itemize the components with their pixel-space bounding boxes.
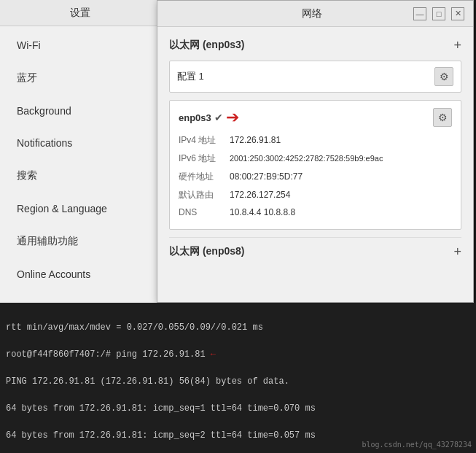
ipv4-value: 172.26.91.81 xyxy=(230,135,281,145)
interface-card: enp0s3 ✔ ➔ ⚙ IPv4 地址 172.26.91.81 IPv6 地… xyxy=(169,100,461,230)
gateway-row: 默认路由 172.26.127.254 xyxy=(179,187,452,203)
terminal-line2: root@f44f860f7407:/# ping 172.26.91.81 ← xyxy=(6,348,470,362)
section2-add-button[interactable]: + xyxy=(453,245,461,258)
dns-row: DNS 10.8.4.4 10.8.8.8 xyxy=(179,206,452,219)
ipv6-label: IPv6 地址 xyxy=(179,152,230,165)
section1-add-button[interactable]: + xyxy=(453,39,461,52)
mac-label: 硬件地址 xyxy=(179,171,230,183)
sidebar-item-online-accounts[interactable]: Online Accounts xyxy=(0,258,160,290)
sidebar-item-bluetooth[interactable]: 蓝牙 xyxy=(0,61,160,95)
profile-name: 配置 1 xyxy=(177,70,204,83)
dns-label: DNS xyxy=(179,207,230,217)
arrow-annotation: ➔ xyxy=(226,108,239,127)
gateway-value: 172.26.127.254 xyxy=(230,190,290,200)
sidebar-item-background[interactable]: Background xyxy=(0,95,160,127)
watermark: blog.csdn.net/qq_43278234 xyxy=(362,439,472,451)
gateway-label: 默认路由 xyxy=(179,189,230,201)
ipv6-row: IPv6 地址 2001:250:3002:4252:2782:7528:59b… xyxy=(179,151,452,166)
terminal-line4: 64 bytes from 172.26.91.81: icmp_seq=1 t… xyxy=(6,402,470,416)
profile-row: 配置 1 ⚙ xyxy=(169,61,461,93)
terminal-line3: PING 172.26.91.81 (172.26.91.81) 56(84) … xyxy=(6,375,470,389)
terminal-arrow-2: ← xyxy=(206,349,216,360)
profile-settings-button[interactable]: ⚙ xyxy=(434,67,453,86)
settings-nav: Wi-Fi 蓝牙 Background Notifications 搜索 Reg… xyxy=(0,26,160,293)
network-window: 网络 — □ ✕ 以太网 (enp0s3) + 配置 1 ⚙ enp0s3 ✔ xyxy=(157,0,474,303)
sidebar-item-wifi[interactable]: Wi-Fi xyxy=(0,29,160,61)
interface-settings-button[interactable]: ⚙ xyxy=(433,108,452,127)
network-content: 以太网 (enp0s3) + 配置 1 ⚙ enp0s3 ✔ ➔ ⚙ xyxy=(157,27,473,276)
mac-value: 08:00:27:B9:5D:77 xyxy=(230,171,303,182)
connected-checkmark: ✔ xyxy=(214,112,223,123)
gear-icon-2: ⚙ xyxy=(438,112,448,123)
minimize-button[interactable]: — xyxy=(413,7,426,20)
network-title: 网络 xyxy=(210,7,413,20)
sidebar-item-notifications[interactable]: Notifications xyxy=(0,127,160,159)
section1-header: 以太网 (enp0s3) + xyxy=(169,36,461,55)
settings-window: 设置 Wi-Fi 蓝牙 Background Notifications 搜索 … xyxy=(0,0,160,303)
sidebar-item-search[interactable]: 搜索 xyxy=(0,159,160,193)
terminal-line1: rtt min/avg/max/mdev = 0.027/0.055/0.09/… xyxy=(6,321,470,335)
section1-title: 以太网 (enp0s3) xyxy=(169,39,244,52)
settings-title: 设置 xyxy=(70,7,90,20)
interface-name-row: enp0s3 ✔ ➔ xyxy=(179,108,239,127)
gear-icon: ⚙ xyxy=(440,71,449,82)
settings-titlebar: 设置 xyxy=(0,0,160,26)
close-button[interactable]: ✕ xyxy=(451,7,464,20)
mac-row: 硬件地址 08:00:27:B9:5D:77 xyxy=(179,169,452,185)
interface-name: enp0s3 xyxy=(179,112,211,123)
section2-title: 以太网 (enp0s8) xyxy=(169,245,244,258)
ipv6-value: 2001:250:3002:4252:2782:7528:59b9:e9ac xyxy=(230,154,383,163)
section2-header: 以太网 (enp0s8) + xyxy=(169,237,461,261)
ipv4-label: IPv4 地址 xyxy=(179,134,230,147)
terminal-area: rtt min/avg/max/mdev = 0.027/0.055/0.09/… xyxy=(0,303,476,453)
dns-value: 10.8.4.4 10.8.8.8 xyxy=(230,207,295,217)
network-titlebar: 网络 — □ ✕ xyxy=(157,1,473,27)
ipv4-row: IPv4 地址 172.26.91.81 xyxy=(179,133,452,148)
sidebar-item-region[interactable]: Region & Language xyxy=(0,193,160,225)
interface-header: enp0s3 ✔ ➔ ⚙ xyxy=(179,108,452,127)
window-controls: — □ ✕ xyxy=(413,7,464,20)
maximize-button[interactable]: □ xyxy=(432,7,445,20)
sidebar-item-accessibility[interactable]: 通用辅助功能 xyxy=(0,225,160,258)
